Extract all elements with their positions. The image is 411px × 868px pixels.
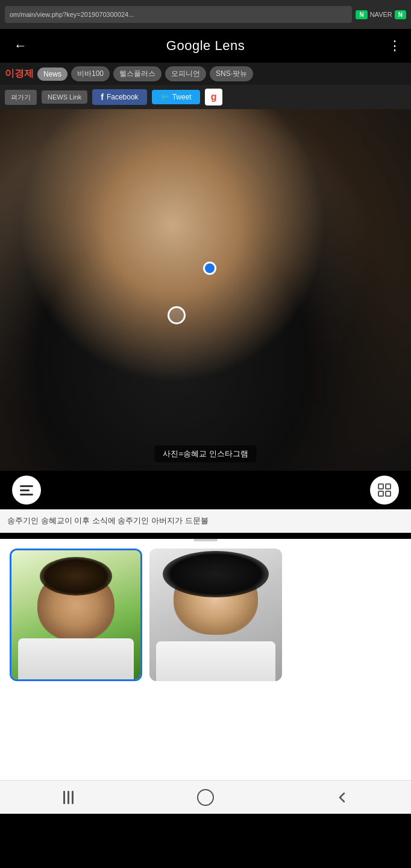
- facebook-f-icon: f: [101, 92, 104, 102]
- lens-search-icon: [377, 483, 392, 497]
- browser-bar: om/main/view.php?key=2019070300024... N …: [0, 0, 411, 29]
- nav-sns[interactable]: SNS·팟뉴: [210, 66, 253, 81]
- naver-tab-2[interactable]: N: [395, 10, 406, 19]
- webpage-nav: 이경제 News 비바100 헬스플러스 오피니언 SNS·팟뉴: [0, 63, 411, 85]
- lens-header: ← Google Lens ⋮: [0, 29, 411, 63]
- svg-rect-2: [378, 491, 383, 496]
- nav-health[interactable]: 헬스플러스: [113, 66, 162, 81]
- nav-biva100[interactable]: 비바100: [71, 66, 110, 81]
- site-logo: 이경제: [5, 68, 34, 80]
- recents-icon: [63, 791, 74, 804]
- naver-tab-1[interactable]: N: [356, 10, 367, 19]
- filter-icon: [20, 485, 33, 495]
- back-button[interactable]: ←: [10, 35, 31, 57]
- facebook-button[interactable]: f Facebook: [92, 89, 146, 105]
- more-button[interactable]: ⋮: [388, 38, 401, 54]
- nav-home[interactable]: [187, 785, 224, 810]
- nav-back[interactable]: [324, 785, 360, 810]
- svg-rect-1: [386, 484, 391, 489]
- back-chevron-icon: [336, 791, 349, 804]
- blue-selection-dot[interactable]: [203, 262, 216, 275]
- tab-icons: N NAVER N: [356, 10, 406, 19]
- url-text: om/main/view.php?key=2019070300024...: [10, 11, 134, 18]
- go-back-button[interactable]: 펴가기: [5, 90, 37, 105]
- korean-text-bar: 송주기인 송혜교이 이후 소식에 송주기인 아버지가 드문불: [0, 509, 411, 533]
- url-bar[interactable]: om/main/view.php?key=2019070300024...: [5, 6, 352, 23]
- social-bar: 펴가기 NEWS Link f Facebook 🐦 Tweet g: [0, 85, 411, 109]
- results-panel: [0, 539, 411, 780]
- male-suit-overlay: [18, 638, 134, 679]
- thumbnail-male-image: [11, 550, 140, 679]
- white-selection-circle[interactable]: [168, 306, 186, 324]
- female-blouse-overlay: [156, 641, 275, 681]
- nav-news[interactable]: News: [37, 68, 67, 81]
- home-circle-icon: [197, 789, 214, 806]
- nav-bar: [0, 780, 411, 814]
- tweet-label: Tweet: [172, 93, 192, 101]
- korean-text: 송주기인 송혜교이 이후 소식에 송주기인 아버지가 드문불: [7, 516, 209, 525]
- svg-rect-3: [386, 491, 391, 496]
- drag-handle[interactable]: [193, 539, 218, 541]
- thumbnail-female-image: [149, 549, 282, 681]
- filter-button[interactable]: [12, 476, 41, 505]
- naver-title: NAVER: [370, 11, 392, 18]
- nav-opinion[interactable]: 오피니언: [165, 66, 206, 81]
- lens-title: Google Lens: [166, 38, 245, 54]
- thumbnail-female[interactable]: [149, 549, 282, 681]
- image-caption: 사진=송혜교 인스타그램: [154, 445, 256, 462]
- thumbnail-male[interactable]: [10, 549, 142, 681]
- facebook-label: Facebook: [107, 93, 139, 101]
- tweet-button[interactable]: 🐦 Tweet: [152, 90, 200, 104]
- main-image[interactable]: 사진=송혜교 인스타그램: [0, 109, 411, 471]
- thumbnails-container: [0, 549, 411, 691]
- google-button[interactable]: g: [205, 89, 223, 105]
- nav-recents[interactable]: [51, 785, 87, 810]
- twitter-bird-icon: 🐦: [160, 93, 169, 101]
- news-link-button[interactable]: NEWS Link: [42, 90, 87, 104]
- search-lens-button[interactable]: [370, 476, 399, 505]
- google-g-icon: g: [211, 92, 217, 102]
- person-overlay: [0, 109, 411, 471]
- svg-rect-0: [378, 484, 383, 489]
- bottom-toolbar: [0, 471, 411, 509]
